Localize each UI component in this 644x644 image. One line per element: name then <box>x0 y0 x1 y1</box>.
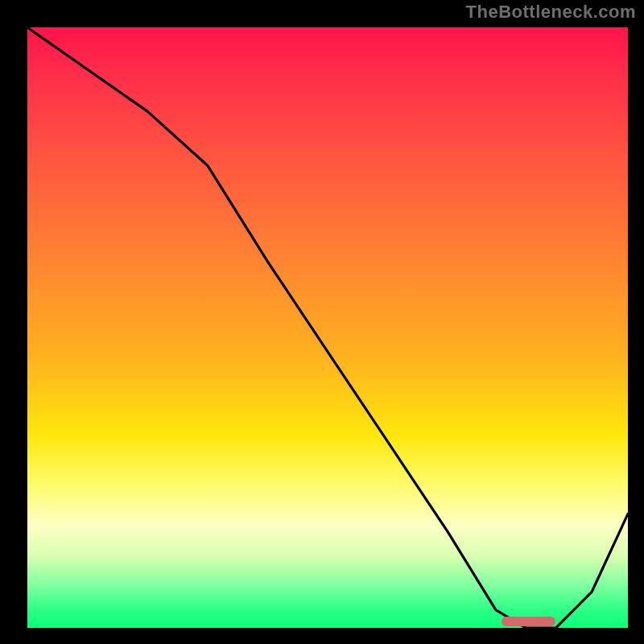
plot-area <box>27 27 628 628</box>
bottleneck-curve <box>27 27 628 628</box>
attribution-label: TheBottleneck.com <box>466 2 636 23</box>
chart-frame: TheBottleneck.com <box>0 0 644 644</box>
curve-path <box>27 27 628 628</box>
optimal-range-marker <box>502 617 555 626</box>
